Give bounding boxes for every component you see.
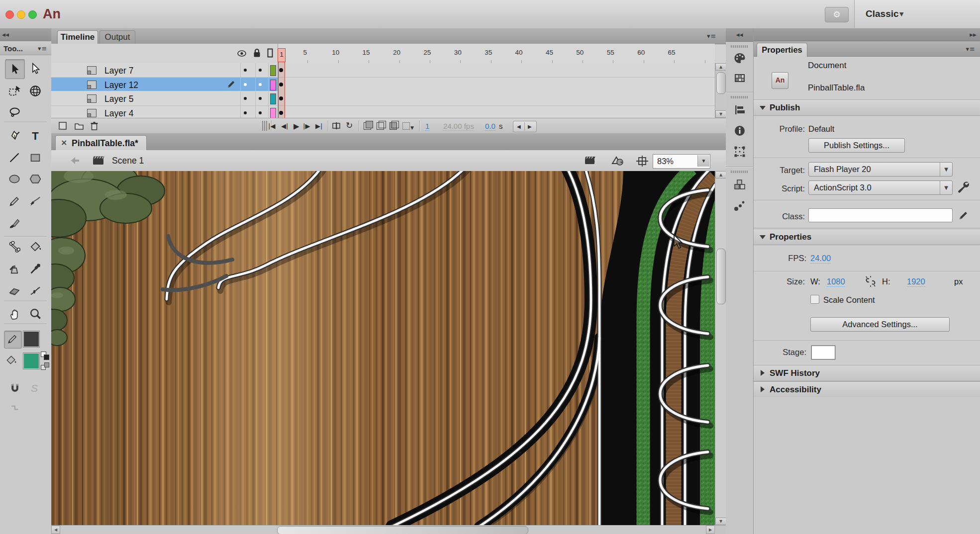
tab-timeline[interactable]: Timeline: [57, 30, 98, 44]
text-tool[interactable]: T: [26, 127, 45, 146]
frame-rate-value[interactable]: 24.00 fps: [443, 122, 474, 131]
controls-resize-handle[interactable]: [262, 121, 267, 131]
scroll-frames-left-button[interactable]: ◀: [517, 124, 521, 129]
layer-row[interactable]: Layer 7: [51, 63, 715, 78]
properties-panel-menu-icon[interactable]: ▾≡: [966, 45, 976, 53]
step-back-button[interactable]: ◀|: [281, 122, 288, 130]
eraser-tool[interactable]: [5, 281, 24, 300]
keyframe-dot[interactable]: [279, 68, 283, 72]
outline-all-layers-icon[interactable]: [267, 48, 273, 58]
workspace-selector[interactable]: Classic ▼: [854, 0, 980, 28]
info-panel-button[interactable]: [734, 125, 746, 137]
align-panel-button[interactable]: [734, 104, 746, 116]
class-input[interactable]: [808, 208, 953, 222]
gradient-transform-tool[interactable]: [26, 82, 45, 100]
subselection-tool[interactable]: [26, 59, 45, 78]
layer-lock-dot[interactable]: [259, 69, 262, 72]
publish-settings-button[interactable]: Publish Settings...: [808, 138, 905, 153]
layer-name[interactable]: Layer 5: [104, 94, 133, 104]
zoom-tool[interactable]: [26, 305, 45, 324]
selection-tool[interactable]: [5, 59, 25, 79]
snap-to-objects-magnet-icon[interactable]: [9, 382, 21, 394]
stroke-color-swatch[interactable]: [23, 331, 40, 348]
zoom-dropdown-icon[interactable]: ▼: [697, 155, 709, 167]
keyframe-dot[interactable]: [279, 111, 283, 115]
ink-bottle-tool[interactable]: [5, 260, 24, 278]
canvas-vscrollbar[interactable]: ▲ ▼: [715, 171, 726, 525]
oval-tool[interactable]: [5, 170, 24, 188]
scale-content-checkbox[interactable]: [810, 295, 819, 304]
edit-symbols-button[interactable]: [610, 155, 627, 167]
tools-collapse-strip[interactable]: ◀◀: [0, 28, 53, 42]
layer-color-swatch[interactable]: [270, 93, 276, 104]
layer-name[interactable]: Layer 12: [104, 80, 138, 90]
layer-name[interactable]: Layer 7: [104, 66, 133, 76]
onion-skin-button[interactable]: [364, 122, 371, 130]
scroll-down-icon[interactable]: ▼: [715, 110, 726, 118]
canvas-hscrollbar-thumb[interactable]: [277, 526, 528, 534]
swf-history-section-header[interactable]: SWF History: [754, 365, 980, 381]
canvas-hscrollbar[interactable]: ◀ ▶: [51, 525, 726, 534]
layer-name[interactable]: Layer 4: [104, 108, 133, 118]
timeline-panel-menu-icon[interactable]: ▾≡: [707, 32, 716, 40]
pen-tool[interactable]: [5, 127, 24, 146]
ink-brush-tool[interactable]: [26, 192, 45, 211]
width-tool[interactable]: [26, 281, 45, 300]
keyframe-dot[interactable]: [279, 83, 283, 87]
canvas-vscrollbar-thumb[interactable]: [716, 249, 726, 304]
script-select[interactable]: ActionScript 3.0 ▼: [808, 180, 953, 195]
new-layer-button[interactable]: [58, 121, 68, 130]
timeline-ruler[interactable]: 5101520253035404550556065: [278, 44, 715, 64]
link-dimensions-icon[interactable]: [864, 275, 877, 288]
components-panel-button[interactable]: [734, 178, 746, 190]
document-tab[interactable]: × PinballTable.fla*: [55, 135, 147, 151]
target-select[interactable]: Flash Player 20 ▼: [808, 162, 953, 177]
paint-brush-tool[interactable]: [5, 214, 24, 233]
play-button[interactable]: ▶: [294, 122, 299, 131]
current-frame-value[interactable]: 1: [425, 122, 429, 131]
fill-color-swatch[interactable]: [23, 353, 40, 369]
straighten-option-icon[interactable]: [10, 402, 21, 413]
scroll-frames-right-button[interactable]: ▶: [528, 124, 532, 129]
swatches-panel-button[interactable]: [734, 72, 746, 84]
center-frame-button[interactable]: [332, 121, 341, 130]
stage-color-swatch[interactable]: [811, 346, 835, 359]
close-document-icon[interactable]: ×: [61, 138, 67, 147]
layer-visibility-dot[interactable]: [244, 69, 247, 72]
fill-color-button[interactable]: [5, 355, 18, 367]
show-hide-all-layers-icon[interactable]: [237, 50, 246, 57]
lasso-tool[interactable]: [5, 103, 24, 122]
onion-skin-outline-button[interactable]: [377, 122, 384, 130]
layer-color-swatch[interactable]: [270, 108, 276, 118]
script-settings-wrench-icon[interactable]: [957, 180, 971, 193]
layer-row[interactable]: Layer 12: [51, 78, 715, 92]
go-to-first-frame-button[interactable]: |◀: [268, 122, 275, 130]
stroke-color-button[interactable]: [4, 331, 22, 349]
eyedropper-tool[interactable]: [26, 260, 45, 278]
rectangle-tool[interactable]: [26, 148, 45, 167]
class-edit-pencil-icon[interactable]: [958, 209, 970, 221]
back-button[interactable]: [70, 156, 80, 165]
center-stage-button[interactable]: [636, 156, 648, 167]
canvas-scroll-left-icon[interactable]: ◀: [51, 526, 60, 534]
delete-layer-button[interactable]: [90, 121, 98, 131]
edit-scene-button[interactable]: [585, 156, 599, 167]
tab-output[interactable]: Output: [99, 30, 135, 44]
height-value[interactable]: 1920: [907, 277, 925, 287]
canvas-scroll-up-icon[interactable]: ▲: [715, 171, 726, 178]
workspace-switcher-icon[interactable]: ⚙: [825, 7, 849, 22]
tools-panel-menu-icon[interactable]: ▾≡: [38, 45, 47, 52]
layer-visibility-dot[interactable]: [244, 111, 247, 114]
motion-presets-panel-button[interactable]: [734, 199, 746, 211]
polystar-tool[interactable]: [26, 170, 45, 188]
modify-markers-button[interactable]: [402, 122, 410, 130]
scroll-up-icon[interactable]: ▲: [715, 63, 726, 71]
layer-visibility-dot[interactable]: [244, 83, 247, 86]
stage-canvas[interactable]: [51, 171, 715, 525]
step-forward-button[interactable]: |▶: [303, 122, 310, 130]
properties-collapse-strip[interactable]: ▶▶: [754, 28, 980, 41]
minimize-window-button[interactable]: [17, 10, 25, 19]
smooth-option-icon[interactable]: S: [31, 382, 38, 394]
lock-all-layers-icon[interactable]: [253, 48, 261, 58]
zoom-select[interactable]: 83% ▼: [653, 154, 710, 169]
